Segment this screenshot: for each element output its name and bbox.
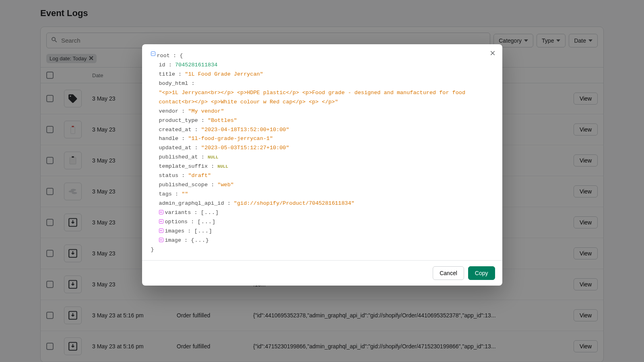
modal-footer: Cancel Copy (142, 260, 502, 286)
expand-icon[interactable]: + (159, 238, 163, 242)
json-modal: − root : { id : 7045281611834 title : "1… (142, 44, 502, 286)
modal-overlay[interactable]: − root : { id : 7045281611834 title : "1… (0, 0, 644, 362)
modal-body: − root : { id : 7045281611834 title : "1… (142, 44, 502, 260)
modal-close-button[interactable] (487, 47, 498, 59)
copy-button[interactable]: Copy (468, 266, 495, 280)
cancel-button[interactable]: Cancel (433, 266, 464, 280)
expand-icon[interactable]: + (159, 228, 163, 233)
collapse-icon[interactable]: − (151, 51, 155, 56)
expand-icon[interactable]: + (159, 210, 163, 214)
json-root: − root : { (151, 51, 493, 61)
expand-icon[interactable]: + (159, 219, 163, 224)
